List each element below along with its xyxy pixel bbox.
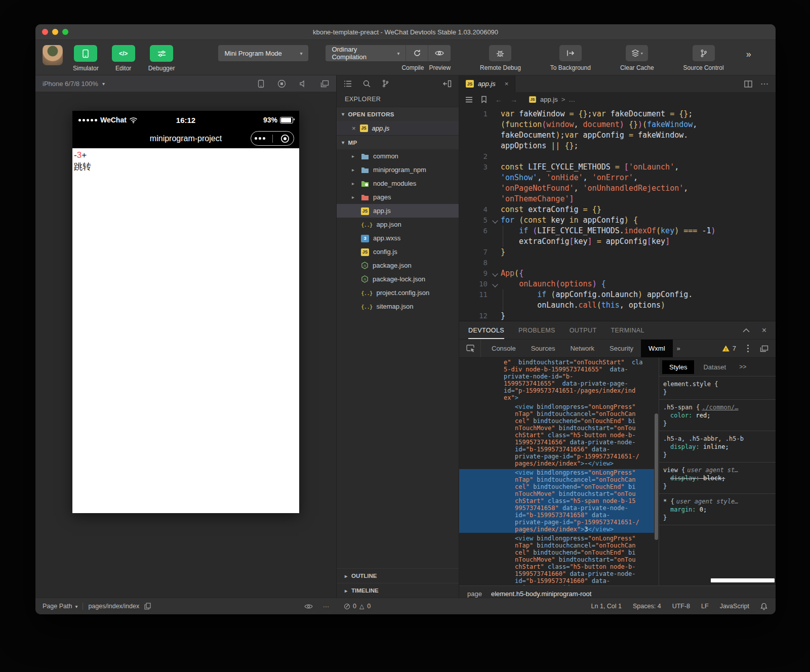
css-property[interactable]: display: inline; [663,443,772,451]
close-tab-icon[interactable]: × [505,80,509,88]
back-icon[interactable]: ← [495,96,502,104]
subtab-network[interactable]: Network [562,340,602,357]
devtools-tab-terminal[interactable]: TERMINAL [611,321,644,339]
remote-debug-button[interactable]: Remote Debug [480,45,521,71]
git-branch-icon[interactable] [382,79,389,88]
editor-button[interactable]: </> Editor [112,45,135,72]
crumb-selected-element[interactable]: element.h5-body.miniprogram-root [491,590,591,598]
subtabs-more-icon[interactable]: » [673,340,684,357]
css-property[interactable]: margin: 0; [663,506,772,514]
subtab-console[interactable]: Console [484,340,523,357]
file-row-app.js[interactable]: JSapp.js [337,204,459,218]
open-editor-app-js[interactable]: × JS app.js [337,121,459,135]
watch-eye-icon[interactable] [304,604,313,609]
to-background-button[interactable]: To Background [550,45,591,71]
file-row-config.js[interactable]: JSconfig.js [337,245,459,259]
warnings-counter[interactable]: ! 7 [722,345,736,352]
devtools-tab-output[interactable]: OUTPUT [570,321,597,339]
forward-icon[interactable]: → [510,96,517,104]
subtab-sources[interactable]: Sources [523,340,563,357]
file-row-miniprogram_npm[interactable]: ▸miniprogram_npm [337,163,459,177]
device-selector[interactable]: iPhone 6/7/8 100% ▾ [43,80,105,88]
current-page-path[interactable]: pages/index/index [88,603,139,610]
file-row-sitemap.json[interactable]: {..}sitemap.json [337,300,459,313]
css-rule[interactable]: * {user agent style…margin: 0;} [659,494,776,525]
source-control-button[interactable]: Source Control [683,45,724,71]
kebab-menu-icon[interactable] [747,345,749,352]
file-row-package.json[interactable]: JSpackage.json [337,259,459,272]
styles-horizontal-scrollbar[interactable] [659,578,776,582]
bell-icon[interactable] [760,603,767,610]
breadcrumb[interactable]: JS app.js > … [529,96,575,103]
css-rule[interactable]: view {user agent st…display: block;} [659,463,776,494]
crumb-page[interactable]: page [467,590,482,598]
stylesheet-link[interactable]: ./common/… [702,403,738,411]
dock-side-icon[interactable] [760,345,768,352]
indentation[interactable]: Spaces: 4 [633,603,661,610]
list-icon[interactable] [344,80,352,87]
close-icon[interactable]: × [352,124,356,132]
file-row-project.config.json[interactable]: {..}project.config.json [337,286,459,300]
plus-control[interactable]: + [82,150,87,160]
collapse-panel-icon[interactable] [743,328,750,332]
cursor-position[interactable]: Ln 1, Col 1 [591,603,622,610]
css-rule[interactable]: element.style {} [659,376,776,400]
timeline-section[interactable]: ▸ TIMELINE [337,583,459,598]
toolbar-more-button[interactable]: » [746,49,751,60]
more-menu-button[interactable] [255,137,265,140]
mode-dropdown[interactable]: Mini Program Mode ▾ [218,45,308,61]
outline-section[interactable]: ▸ OUTLINE [337,568,459,583]
compile-button[interactable] [406,45,428,61]
simulator-button[interactable]: Simulator [73,45,99,72]
inspect-element-icon[interactable] [464,340,481,357]
code-editor[interactable]: 1var fakeWindow = {};var fakeDocument = … [459,107,776,321]
record-icon[interactable] [277,79,286,88]
file-row-app.json[interactable]: {..}app.json [337,218,459,231]
avatar[interactable] [43,45,63,65]
css-property[interactable]: display: block; [663,474,772,482]
wxml-node-selected[interactable]: <view bindlongpress="onLongPress"nTap" b… [459,469,654,533]
copy-icon[interactable] [144,603,151,610]
bookmark-icon[interactable] [481,96,487,103]
css-rule[interactable]: .h5-a, .h5-abbr, .h5-bdisplay: inline;} [659,431,776,463]
more-actions-icon[interactable]: ⋯ [760,79,768,89]
wxml-node[interactable]: <view bindlongpress="onLongPress"nTap" b… [459,535,654,585]
styles-tabs-more-icon[interactable]: >> [735,363,750,370]
language-mode[interactable]: JavaScript [720,603,749,610]
project-root-header[interactable]: ▾ MP [337,135,459,149]
devtools-tab-problems[interactable]: PROBLEMS [518,321,555,339]
file-row-package-lock.json[interactable]: JSpackage-lock.json [337,272,459,286]
wxml-node[interactable]: e" bindtouchstart="onTouchStart" cla5-di… [459,359,654,401]
fold-chevron-icon[interactable] [492,271,498,276]
styles-tab-styles[interactable]: Styles [662,360,694,374]
wxml-node[interactable]: <view bindlongpress="onLongPress"nTap" b… [459,403,654,467]
search-icon[interactable] [363,80,371,88]
fold-chevron-icon[interactable] [492,218,498,223]
split-editor-icon[interactable] [744,80,752,88]
preview-button[interactable] [428,45,450,61]
styles-tab-dataset[interactable]: Dataset [696,360,733,374]
close-panel-icon[interactable]: × [762,326,766,335]
eol-type[interactable]: LF [701,603,709,610]
jump-link[interactable]: 跳转 [74,161,299,173]
file-row-pages[interactable]: ▸pages [337,190,459,204]
multi-window-icon[interactable] [320,80,329,88]
subtab-wxml[interactable]: Wxml [641,340,673,357]
problems-status[interactable]: 0 △ 0 [336,603,458,610]
open-editors-header[interactable]: ▾ OPEN EDITORS [337,107,459,121]
rotate-device-icon[interactable] [258,79,264,88]
collapse-sidebar-icon[interactable] [443,80,452,88]
file-row-common[interactable]: ▸common [337,149,459,163]
tree-vertical-scrollbar[interactable] [654,358,659,585]
file-row-node_modules[interactable]: ▸node_modules [337,177,459,190]
debugger-button[interactable]: Debugger [148,45,175,72]
css-property[interactable]: color: red; [663,411,772,419]
styles-rules[interactable]: element.style {}.h5-span {./common/…colo… [659,376,776,585]
file-row-app.wxss[interactable]: 3app.wxss [337,231,459,245]
fold-chevron-icon[interactable] [492,281,498,287]
encoding[interactable]: UTF-8 [672,603,690,610]
css-rule[interactable]: .h5-span {./common/…color: red;} [659,400,776,431]
mute-icon[interactable] [299,80,307,88]
tab-app-js[interactable]: JS app.js × [459,75,515,92]
wxml-element-tree[interactable]: e" bindtouchstart="onTouchStart" cla5-di… [459,358,654,585]
